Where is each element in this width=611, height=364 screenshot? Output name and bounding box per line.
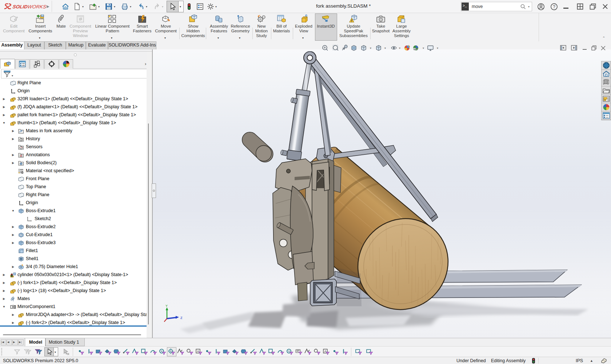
svg-text:A: A [20, 154, 22, 157]
svg-text:Z: Z [180, 316, 183, 320]
svg-text:SOLIDWORKS: SOLIDWORKS [12, 4, 47, 9]
svg-text:?: ? [553, 4, 555, 9]
svg-text:Y: Y [165, 304, 168, 308]
